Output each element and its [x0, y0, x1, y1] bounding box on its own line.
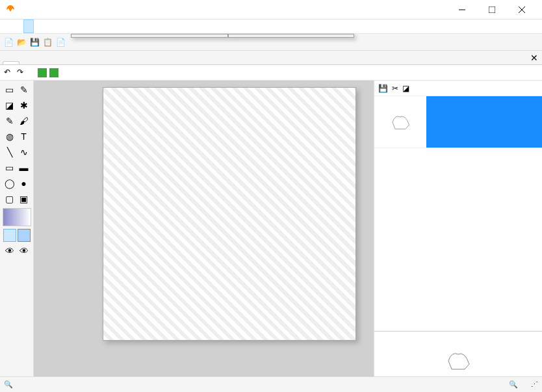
tool-rrect[interactable]: ▢: [3, 192, 16, 205]
tool-eraser[interactable]: ◪: [3, 99, 16, 112]
menu-edit[interactable]: [13, 20, 23, 33]
close-button[interactable]: [507, 0, 537, 20]
tool-fill[interactable]: ◍: [3, 130, 16, 143]
status-zoom-icon[interactable]: 🔍: [4, 380, 13, 389]
svg-rect-0: [489, 7, 495, 13]
tool-text[interactable]: T: [18, 130, 31, 143]
tabbar: ✕: [0, 51, 542, 65]
canvas-area: [34, 81, 374, 389]
draw-tools-submenu: [228, 34, 354, 38]
tb-open[interactable]: 📂: [16, 36, 27, 48]
rt-save-icon[interactable]: 💾: [378, 84, 388, 93]
menu-view[interactable]: [44, 20, 55, 33]
tool-picker[interactable]: ✎: [18, 83, 31, 96]
tb-new[interactable]: 📄: [3, 36, 14, 48]
qt-2[interactable]: [49, 68, 58, 77]
app-icon: [5, 5, 16, 15]
thumbnail-row: [374, 96, 542, 148]
menu-file[interactable]: [3, 20, 13, 33]
redo-icon[interactable]: ↷: [17, 68, 27, 78]
tb-save[interactable]: 💾: [29, 36, 40, 48]
minimize-button[interactable]: [447, 0, 477, 20]
qt-1[interactable]: [38, 68, 47, 77]
tool-eye1[interactable]: 👁: [3, 244, 16, 257]
titlebar: [0, 0, 542, 20]
quick-toolbar: ↶ ↷: [0, 65, 542, 81]
tool-spray[interactable]: ✱: [18, 99, 31, 112]
tool-frect[interactable]: ▬: [18, 161, 31, 174]
workspace: ▭✎ ◪✱ ✎🖌 ◍T ╲∿ ▭▬ ◯● ▢▣ 👁👁 💾 ✂ ◪: [0, 81, 542, 389]
tool-ellipse[interactable]: ◯: [3, 177, 16, 190]
tool-brush[interactable]: 🖌: [18, 114, 31, 127]
gradient-preview: [3, 208, 31, 226]
menu-effects[interactable]: [34, 20, 44, 33]
tool-curve[interactable]: ∿: [18, 146, 31, 159]
rt-erase-icon[interactable]: ◪: [402, 84, 409, 93]
undo-icon[interactable]: ↶: [4, 68, 14, 78]
rt-cut-icon[interactable]: ✂: [392, 84, 398, 93]
thumbnail-preview[interactable]: [374, 96, 426, 148]
background-color[interactable]: [18, 229, 31, 242]
tb-save-as[interactable]: 📋: [42, 36, 53, 48]
menu-tools[interactable]: [23, 20, 34, 33]
tool-eye2[interactable]: 👁: [18, 244, 31, 257]
tool-tray: ▭✎ ◪✱ ✎🖌 ◍T ╲∿ ▭▬ ◯● ▢▣ 👁👁: [0, 81, 34, 389]
color-palette[interactable]: [374, 148, 542, 331]
right-toolbar: 💾 ✂ ◪: [374, 81, 542, 96]
tool-select[interactable]: ▭: [3, 83, 16, 96]
tool-line[interactable]: ╲: [3, 146, 16, 159]
tool-frrect[interactable]: ▣: [18, 192, 31, 205]
tab-close-icon[interactable]: ✕: [530, 53, 538, 63]
right-panel: 💾 ✂ ◪: [374, 81, 542, 389]
maximize-button[interactable]: [477, 0, 507, 20]
tools-menu-dropdown: [71, 34, 228, 38]
menubar: [0, 20, 542, 34]
tool-pencil[interactable]: ✎: [3, 114, 16, 127]
menu-help[interactable]: [55, 20, 65, 33]
canvas[interactable]: [103, 87, 356, 341]
statusbar: 🔍 🔍 ⋰: [0, 376, 542, 392]
tool-rect[interactable]: ▭: [3, 161, 16, 174]
tool-fellipse[interactable]: ●: [18, 177, 31, 190]
foreground-color[interactable]: [3, 229, 16, 242]
document-tab[interactable]: [3, 61, 19, 64]
status-resize-grip[interactable]: ⋰: [531, 380, 538, 389]
tb-copy[interactable]: 📄: [55, 36, 66, 48]
status-zoom-out-icon[interactable]: 🔍: [509, 380, 518, 389]
thumbnail-selected[interactable]: [426, 96, 542, 148]
